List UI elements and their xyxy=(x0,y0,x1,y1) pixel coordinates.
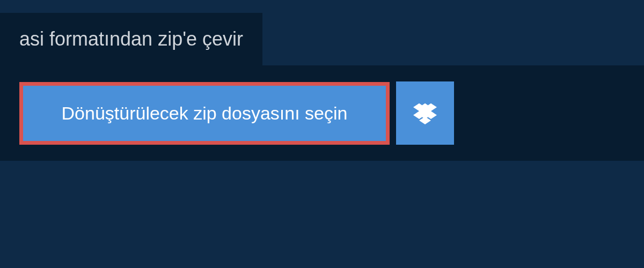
select-file-button[interactable]: Dönüştürülecek zip dosyasını seçin xyxy=(19,82,390,145)
dropbox-icon xyxy=(413,101,437,125)
upload-panel: Dönüştürülecek zip dosyasını seçin xyxy=(0,65,644,161)
page-title: asi formatından zip'e çevir xyxy=(0,13,262,65)
dropbox-button[interactable] xyxy=(396,81,454,145)
